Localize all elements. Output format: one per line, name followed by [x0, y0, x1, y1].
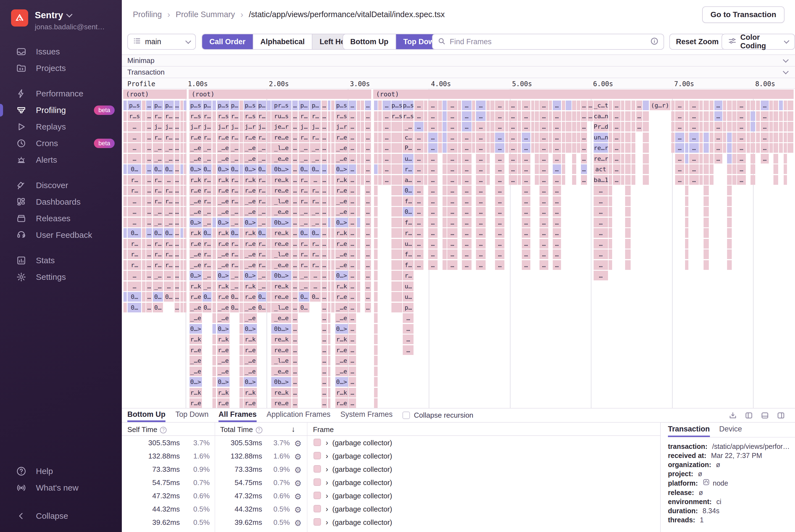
flame-frame[interactable] — [240, 164, 243, 174]
flame-frame[interactable]: _…e — [244, 313, 257, 323]
flame-frame[interactable]: p…s — [244, 100, 257, 110]
flame-frame[interactable] — [756, 111, 760, 121]
flame-frame[interactable] — [212, 271, 216, 280]
flame-frame[interactable] — [374, 324, 378, 334]
flame-frame[interactable]: … — [348, 207, 356, 216]
flame-frame[interactable]: … — [292, 260, 298, 270]
segment-alphabetical[interactable]: Alphabetical — [253, 34, 312, 49]
flame-frame[interactable] — [769, 100, 773, 110]
flame-frame[interactable]: 0… — [230, 303, 239, 312]
flame-frame[interactable]: _… — [258, 282, 266, 291]
flame-frame[interactable] — [709, 164, 714, 174]
flame-frame[interactable]: … — [383, 164, 391, 174]
flame-frame[interactable] — [357, 239, 360, 249]
flame-frame[interactable] — [625, 122, 631, 132]
flame-frame[interactable] — [212, 218, 216, 227]
flame-frame[interactable]: _e…e — [271, 313, 291, 323]
flame-frame[interactable]: … — [447, 260, 457, 270]
flame-frame[interactable] — [773, 122, 778, 132]
flame-frame[interactable]: r… — [299, 186, 309, 195]
flame-frame[interactable]: … — [522, 186, 531, 195]
flame-frame[interactable] — [709, 154, 714, 164]
flame-frame[interactable] — [751, 133, 755, 142]
flame-frame[interactable] — [608, 239, 612, 249]
flame-frame[interactable]: 0b…> — [271, 218, 291, 227]
flame-frame[interactable] — [374, 313, 378, 323]
flame-frame[interactable]: … — [553, 175, 561, 185]
flame-frame[interactable]: r…k — [335, 282, 348, 291]
flame-frame[interactable]: f… — [403, 260, 414, 270]
flame-frame[interactable]: ba…1 — [594, 175, 608, 185]
flame-frame[interactable] — [608, 218, 612, 227]
frame-settings-gear-icon[interactable]: ⚙ — [294, 518, 302, 528]
flame-frame[interactable]: j… — [299, 122, 309, 132]
flame-frame[interactable]: act — [594, 164, 608, 174]
flame-frame[interactable] — [331, 218, 335, 227]
flame-frame[interactable] — [357, 122, 360, 132]
flame-frame[interactable]: r… — [128, 260, 141, 270]
flame-frame[interactable]: r… — [128, 175, 141, 185]
flame-frame[interactable]: … — [689, 100, 699, 110]
flame-frame[interactable]: r… — [230, 196, 239, 206]
flame-frame[interactable] — [361, 164, 364, 174]
flame-frame[interactable]: _…e — [217, 303, 230, 312]
flame-frame[interactable]: 0… — [299, 164, 309, 174]
flame-frame[interactable] — [727, 249, 732, 259]
flame-frame[interactable]: r…k — [244, 228, 257, 238]
flame-frame[interactable]: … — [322, 366, 327, 376]
flame-frame[interactable]: 0… — [230, 164, 239, 174]
flame-frame[interactable] — [267, 154, 270, 164]
flame-frame[interactable] — [562, 100, 565, 110]
flame-frame[interactable]: … — [495, 143, 505, 153]
frame-settings-gear-icon[interactable]: ⚙ — [294, 465, 302, 475]
flame-frame[interactable] — [438, 111, 442, 121]
flame-frame[interactable] — [240, 186, 243, 195]
flame-frame[interactable] — [361, 133, 364, 142]
flame-frame[interactable]: … — [447, 239, 457, 249]
flame-frame[interactable] — [212, 260, 216, 270]
flame-frame[interactable] — [631, 154, 636, 164]
flame-frame[interactable]: re…e — [271, 292, 291, 302]
flame-frame[interactable]: … — [365, 164, 371, 174]
flame-frame[interactable]: … — [348, 366, 356, 376]
flame-frame[interactable] — [212, 377, 216, 387]
flame-frame[interactable]: … — [322, 345, 327, 355]
flame-frame[interactable] — [142, 122, 146, 132]
flame-frame[interactable] — [727, 260, 732, 270]
flame-frame[interactable]: … — [447, 154, 457, 164]
details-tab-device[interactable]: Device — [719, 423, 742, 437]
flame-frame[interactable] — [727, 196, 732, 206]
flame-frame[interactable] — [184, 239, 187, 249]
flame-frame[interactable]: … — [348, 218, 356, 227]
flame-frame[interactable] — [374, 398, 378, 408]
flame-frame[interactable] — [240, 271, 243, 280]
flame-frame[interactable] — [621, 154, 624, 164]
frame-header[interactable]: Frame — [313, 425, 334, 434]
flame-frame[interactable] — [212, 175, 216, 185]
flame-frame[interactable] — [784, 154, 787, 164]
flame-frame[interactable]: … — [495, 207, 505, 216]
flame-frame[interactable] — [328, 324, 330, 334]
flame-frame[interactable]: … — [414, 196, 423, 206]
flame-frame[interactable] — [566, 100, 571, 110]
flame-frame[interactable]: … — [495, 218, 505, 227]
flame-frame[interactable] — [566, 122, 571, 132]
flame-frame[interactable] — [328, 239, 330, 249]
flame-frame[interactable]: 0…> — [189, 218, 202, 227]
flame-frame[interactable] — [240, 398, 243, 408]
flame-frame[interactable]: … — [675, 175, 684, 185]
flame-frame[interactable] — [643, 100, 649, 110]
flame-frame[interactable]: … — [146, 207, 152, 216]
flame-frame[interactable] — [357, 111, 360, 121]
flame-frame[interactable]: _…e — [244, 260, 257, 270]
flame-frame[interactable] — [328, 303, 330, 312]
flame-frame[interactable]: … — [476, 186, 486, 195]
flame-frame[interactable] — [727, 175, 732, 185]
flame-frame[interactable] — [424, 122, 427, 132]
flame-frame[interactable]: _… — [203, 282, 212, 291]
flame-frame[interactable] — [704, 218, 709, 227]
flame-frame[interactable]: … — [761, 133, 769, 142]
flame-frame[interactable] — [562, 122, 565, 132]
flame-frame[interactable]: … — [588, 100, 593, 110]
flame-frame[interactable]: 0…> — [244, 164, 257, 174]
